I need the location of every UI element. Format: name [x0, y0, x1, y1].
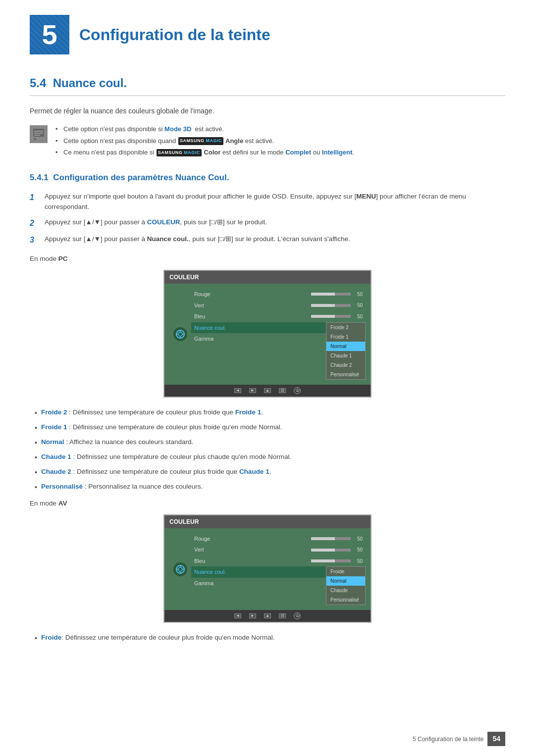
note-icon: [30, 125, 48, 143]
osd-av-nuance-row: Nuance coul. Gamma Froide Normal Chaude: [191, 566, 366, 605]
page-footer: 5 Configuration de la teinte 54: [0, 732, 535, 746]
osd-av-vert: Vert 50: [191, 544, 366, 555]
osd-av-froide: Froide: [326, 567, 365, 576]
osd-av-normal: Normal: [326, 576, 365, 586]
osd-av-btn-enter: ▲: [264, 613, 271, 618]
main-content: 5.4 Nuance coul. Permet de régler la nua…: [0, 64, 535, 689]
arrow-left-icon: ◄: [234, 388, 241, 393]
footer-text: 5 Configuration de la teinte: [413, 735, 483, 744]
osd-option-froide2: Froide 2: [326, 323, 365, 332]
osd-pc-footer: ◄ ► ▲ ⊟ ⏻: [164, 385, 371, 397]
av-arrow-left-icon: ◄: [234, 613, 241, 618]
note-line-3: Ce menu n'est pas disponible si SAMSUNG …: [55, 148, 505, 157]
osd-av-body: Rouge 50 Vert 50: [164, 528, 371, 610]
osd-option-chaude2: Chaude 2: [326, 360, 365, 370]
osd-option-chaude1: Chaude 1: [326, 351, 365, 360]
osd-av-bleu: Bleu 50: [191, 555, 366, 567]
osd-pc-icon-col: [169, 289, 191, 380]
osd-av-screen: COULEUR: [163, 514, 372, 623]
steps-list: 1 Appuyez sur n'importe quel bouton à l'…: [30, 192, 505, 246]
note-lines: Cette option n'est pas disponible si Mod…: [55, 124, 505, 159]
step-1: 1 Appuyez sur n'importe quel bouton à l'…: [30, 192, 505, 212]
osd-item-rouge: Rouge 50: [191, 289, 366, 300]
svg-rect-1: [34, 138, 36, 140]
step-2: 2 Appuyez sur [▲/▼] pour passer à COULEU…: [30, 217, 505, 229]
osd-av-btn-power: ⏻: [294, 612, 301, 619]
av-arrow-right-icon: ►: [249, 613, 256, 618]
osd-av-footer: ◄ ► ▲ ⊟ ⏻: [164, 610, 371, 622]
section-description: Permet de régler la nuance des couleurs …: [30, 106, 505, 116]
osd-av-btn-back: ⊟: [279, 613, 286, 618]
osd-btn-left: ◄: [234, 388, 241, 393]
osd-option-normal: Normal: [326, 342, 365, 351]
enter-icon: ▲: [264, 388, 271, 393]
step-3: 3 Appuyez sur [▲/▼] pour passer à Nuance…: [30, 234, 505, 246]
bullet-normal: • Normal : Affichez la nuance des couleu…: [30, 437, 505, 448]
osd-pc-icon: [173, 327, 187, 341]
svg-rect-0: [33, 128, 45, 137]
osd-av-container: COULEUR: [30, 514, 505, 623]
osd-pc-container: COULEUR: [30, 270, 505, 398]
bullet-personnalise: • Personnalisé : Personnalisez la nuance…: [30, 482, 505, 493]
arrow-right-icon: ►: [249, 388, 256, 393]
osd-option-perso: Personnalisé: [326, 370, 365, 379]
osd-item-gamma: Gamma: [191, 333, 326, 345]
osd-btn-enter: ▲: [264, 388, 271, 393]
note-line-1: Cette option n'est pas disponible si Mod…: [55, 124, 505, 134]
av-power-icon: ⏻: [294, 612, 301, 619]
osd-av-gamma: Gamma: [191, 578, 326, 589]
osd-av-icon: [173, 562, 187, 576]
osd-dropdown-pc: Froide 2 Froide 1 Normal Chaude 1 Chaude…: [326, 322, 366, 380]
osd-option-froide1: Froide 1: [326, 332, 365, 342]
osd-item-nuance: Nuance coul.: [191, 322, 326, 334]
av-enter-icon: ▲: [264, 613, 271, 618]
osd-btn-back: ⊟: [279, 388, 286, 393]
chapter-title: Configuration de la teinte: [79, 23, 270, 47]
osd-dropdown-av: Froide Normal Chaude Personnalisé: [326, 566, 366, 605]
osd-av-title: COULEUR: [164, 515, 371, 528]
osd-item-bleu: Bleu 50: [191, 311, 366, 322]
osd-pc-body: Rouge 50 Vert 50: [164, 284, 371, 385]
subsection-title: 5.4.1 Configuration des paramètres Nuanc…: [30, 171, 505, 184]
osd-pc-title: COULEUR: [164, 271, 371, 284]
mode-av-label: En mode AV: [30, 499, 505, 508]
bullet-froide2: • Froide 2 : Définissez une température …: [30, 407, 505, 418]
chapter-number: 5: [30, 15, 69, 54]
bullet-froide1: • Froide 1 : Définissez une température …: [30, 422, 505, 433]
osd-av-menu: Rouge 50 Vert 50: [191, 533, 366, 605]
svg-point-12: [178, 567, 182, 571]
bullet-chaude2: • Chaude 2 : Définissez une température …: [30, 467, 505, 478]
note-line-2: Cette option n'est pas disponible quand …: [55, 136, 505, 146]
note-block: Cette option n'est pas disponible si Mod…: [30, 124, 505, 159]
osd-item-vert: Vert 50: [191, 300, 366, 311]
osd-av-dropdown: Froide Normal Chaude Personnalisé: [326, 566, 366, 605]
power-icon: ⏻: [294, 387, 301, 394]
osd-av-btn-right: ►: [249, 613, 256, 618]
osd-btn-power: ⏻: [294, 387, 301, 394]
bullet-chaude1: • Chaude 1 : Définissez une température …: [30, 452, 505, 463]
osd-nuance-row: Nuance coul. Gamma Froide 2 Froide 1 Nor…: [191, 322, 366, 380]
step-1-text: Appuyez sur n'importe quel bouton à l'av…: [45, 192, 505, 212]
step-2-text: Appuyez sur [▲/▼] pour passer à COULEUR,…: [45, 217, 267, 228]
chapter-header: 5 Configuration de la teinte: [0, 0, 535, 64]
osd-av-rouge: Rouge 50: [191, 533, 366, 545]
osd-pc-menu: Rouge 50 Vert 50: [191, 289, 366, 380]
bullet-av-froide: • Froide: Définissez une température de …: [30, 633, 505, 644]
osd-av-icon-col: [169, 533, 191, 605]
osd-pc-dropdown: Froide 2 Froide 1 Normal Chaude 1 Chaude…: [326, 322, 366, 380]
bullet-list-av: • Froide: Définissez une température de …: [30, 633, 505, 644]
osd-btn-right: ►: [249, 388, 256, 393]
av-back-icon: ⊟: [279, 613, 286, 618]
svg-point-6: [178, 332, 182, 336]
step-3-text: Appuyez sur [▲/▼] pour passer à Nuance c…: [45, 234, 350, 245]
osd-av-perso: Personnalisé: [326, 595, 365, 605]
osd-av-btn-left: ◄: [234, 613, 241, 618]
page-number: 54: [487, 732, 505, 746]
back-icon: ⊟: [279, 388, 286, 393]
osd-pc-screen: COULEUR: [163, 270, 372, 398]
section-title: 5.4 Nuance coul.: [30, 74, 505, 96]
bullet-list-pc: • Froide 2 : Définissez une température …: [30, 407, 505, 493]
osd-av-nuance: Nuance coul.: [191, 566, 326, 578]
osd-av-chaude: Chaude: [326, 586, 365, 595]
mode-pc-label: En mode PC: [30, 254, 505, 264]
